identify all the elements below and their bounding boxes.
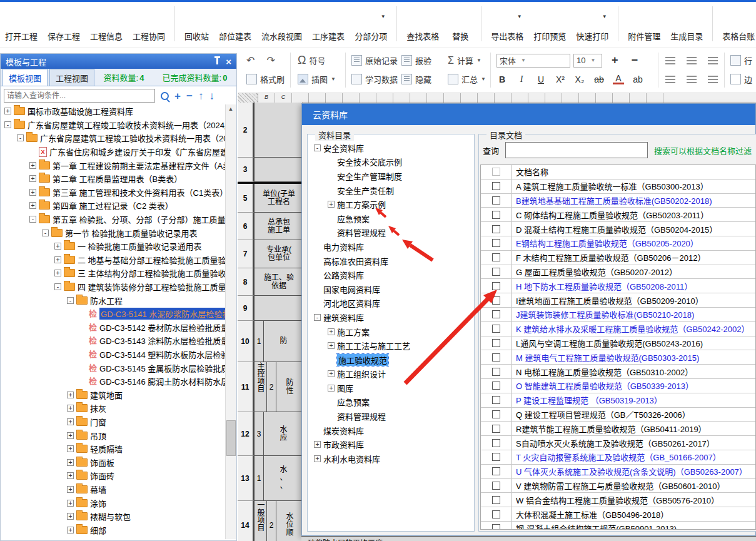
toolbar-button[interactable]: ▼ 附件管理 [623,5,665,42]
catalog-tree-item[interactable]: 安全技术交底示例 [310,155,473,169]
document-checkbox[interactable] [492,510,500,518]
document-checkbox[interactable] [492,482,500,490]
document-name[interactable]: G 屋面工程质量验收规范（GB50207-2012） [512,265,755,279]
symbol-button[interactable]: Ω符号 [298,53,336,68]
document-row[interactable]: A 建筑工程施工质量验收统一标准（GB50300-2013） [481,179,755,194]
underline-button[interactable]: U [535,74,547,84]
column-header[interactable] [309,93,326,103]
tree-item[interactable]: + 吊顶 [2,428,225,442]
document-checkbox[interactable] [492,253,500,261]
tree-item[interactable]: GD-C3-5146 膨润土防水材料防水层检验 [2,375,225,388]
catalog-tree-item[interactable]: - 建筑资料库 [310,310,473,325]
document-name[interactable]: I建筑地面工程施工质量验收规范（GB50209-2010） [512,293,755,307]
tree-item[interactable]: + 建筑地面 [2,388,225,402]
tree-expander[interactable]: - [314,144,321,151]
catalog-tree-item[interactable]: 国家电网资料库 [310,282,473,296]
document-name[interactable]: F 木结构工程施工质量验收规范（GB50206－2012） [512,251,755,265]
tree-expander[interactable]: + [67,513,74,520]
document-checkbox[interactable] [492,182,500,190]
document-checkbox[interactable] [492,439,500,447]
document-name[interactable]: B建筑地基基础工程施工质量验收标准(GB50202-2018) [512,194,755,208]
tree-item[interactable]: + 涂饰 [2,496,225,510]
column-header[interactable] [326,93,343,103]
catalog-tree-item[interactable]: 施工验收规范 [310,353,473,367]
column-header[interactable] [647,93,663,103]
document-row[interactable]: P 建设工程监理规范 （GB50319-2013） [481,393,755,408]
column-header[interactable] [512,93,528,103]
catalog-tree-item[interactable]: 电力资料库 [310,240,473,254]
tab-template-view[interactable]: 模板视图 [3,69,48,86]
column-header[interactable] [579,93,596,103]
tree-expander[interactable]: + [29,175,36,182]
document-name[interactable]: V 建筑物防雷工程施工与质量验收规范（GB50601-2010） [512,479,755,493]
collapse-icon[interactable]: − [186,91,193,101]
expand-icon[interactable]: + [174,91,181,101]
row-number[interactable]: 7 [238,240,255,268]
document-checkbox[interactable] [492,225,500,233]
tree-expander[interactable]: + [67,459,74,466]
tree-item[interactable]: - 第一节 检验批施工质量验收记录用表 [2,226,225,240]
tree-expander[interactable]: + [67,418,74,425]
toolbar-button[interactable]: ▼ 打开工程 [0,5,43,42]
document-checkbox[interactable] [492,339,500,347]
column-header[interactable] [410,93,427,103]
document-row[interactable]: R建筑节能工程施工质量验收规范（GB50411-2019） [481,422,755,436]
tree-expander[interactable]: + [54,270,61,276]
catalog-tree-item[interactable]: + 市政资料库 [310,437,473,452]
toolbar-button[interactable]: ▤ ▼ 表格台账 [717,5,756,42]
align-right-icon[interactable] [708,76,718,83]
scrollbar-thumb[interactable] [226,420,236,456]
catalog-tree-item[interactable]: - 安全资料库 [310,141,473,155]
catalog-tree-item[interactable]: + 施工工法与施工工艺 [310,338,473,353]
chevron-down-icon[interactable]: ▼ [517,14,522,19]
row-number[interactable]: 13 [238,456,255,501]
document-checkbox[interactable] [492,425,500,433]
row-number[interactable]: 2 [238,103,255,158]
tree-expander[interactable]: - [42,230,49,236]
toolbar-button[interactable]: ▼ 查找表格 [401,5,444,42]
sheet-cell[interactable] [255,158,303,182]
tree-expander[interactable]: + [4,108,11,114]
format-painter-button[interactable]: 格式刷 [246,71,285,87]
toolbar-button[interactable]: ⊞ ▼ 部位建表 [214,5,256,42]
tree-item[interactable]: - 广东省房屋建筑工程竣工验收技术资料统一用表（2024版） [2,118,225,132]
catalog-tree-item[interactable]: 安全生产责任制 [310,183,473,198]
sheet-cell[interactable]: 施工、验 依据 [255,268,303,296]
sheet-cell[interactable] [255,296,303,321]
tree-item[interactable]: GD-C3-5142 卷材防水层检验批质量验收 [2,321,225,335]
document-row[interactable]: D 混凝土结构工程施工质量验收规范（GB50204-2015） [481,222,755,236]
illustration-button[interactable]: 插图▼ [298,71,336,87]
column-header[interactable]: B [258,93,275,103]
document-checkbox[interactable] [492,453,500,461]
subscript-button[interactable]: X₂ [574,74,585,84]
font-decrease-button[interactable]: − [632,54,638,67]
document-row[interactable]: E钢结构工程施工质量验收规范（GB50205-2020） [481,236,755,251]
column-header[interactable] [596,93,613,103]
document-name[interactable]: H 地下防水工程质量验收规范（GB50208-2011） [512,279,755,293]
document-name[interactable]: 钢-混凝土组合结构施工规范(GB50901-2013) [512,522,755,530]
bold-button[interactable]: B [496,74,508,84]
tree-expander[interactable]: + [67,432,74,439]
document-row[interactable]: H 地下防水工程质量验收规范（GB50208-2011） [481,279,755,293]
toolbar-button[interactable]: ▼ 工程信息 [85,5,128,42]
tree-expander[interactable]: - [17,134,24,141]
catalog-tree-item[interactable]: + 水利水电资料库 [310,452,473,466]
document-checkbox[interactable] [492,325,500,333]
tree-expander[interactable]: + [67,500,74,507]
document-checkbox[interactable] [492,353,500,362]
tree-item[interactable]: + 二 地基与基础分部工程检验批施工质量验收记 [2,253,225,267]
document-row[interactable]: J建筑装饰装修工程质量验收标准(GB50210-2018) [481,308,755,322]
sheet-cell[interactable]: 总承包 施工单 [255,213,303,240]
tree-item[interactable]: + 三 主体结构分部工程检验批施工质量验收记录 [2,266,225,280]
tree-item[interactable]: - 第五章 检验批、分项、分部（子分部）施工质量及分 [2,213,225,226]
document-checkbox[interactable] [492,382,500,390]
document-row[interactable]: W 铝合金结构工程施工质量验收规范（GB50576-2010） [481,493,755,507]
catalog-tree-item[interactable]: + 施工组织设计 [310,367,473,382]
column-header[interactable] [461,93,478,103]
document-name[interactable]: D 混凝土结构工程施工质量验收规范（GB50204-2015） [512,222,755,236]
toolbar-button[interactable]: ≣ ▼ 流水段视图 [256,5,307,42]
tree-item[interactable]: GD-C3-5141 水泥砂浆防水层检验批质量 [2,307,225,321]
tree-item[interactable]: + 国标市政基础设施工程资料库 [2,104,225,118]
document-name[interactable]: U 气体灭火系统施工及验收规范(含条文说明)（GB50263-2007） [512,465,755,478]
tree-item[interactable]: + 第四章 施工过程记录（C2 类表） [2,199,225,213]
